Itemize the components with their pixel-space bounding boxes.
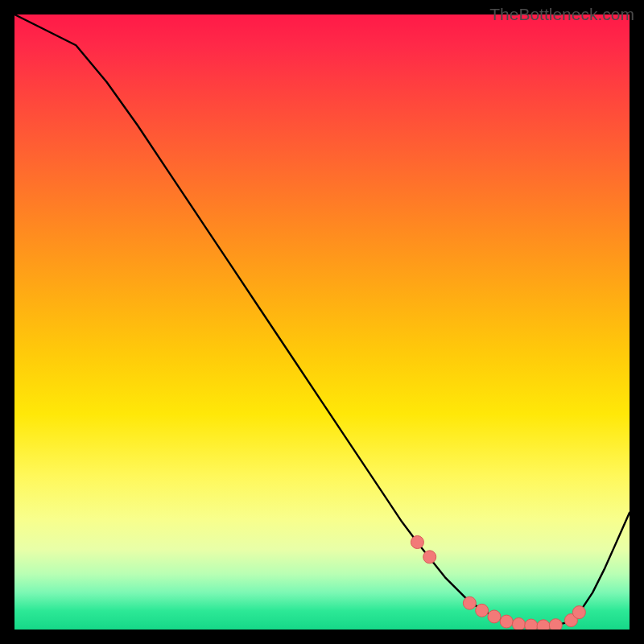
curve-marker [476,604,489,617]
curve-marker [525,619,538,630]
chart-plot-area [14,14,630,630]
curve-marker [488,610,501,623]
curve-marker [500,615,513,628]
curve-markers [411,536,585,630]
curve-marker [423,551,436,564]
curve-marker [549,619,562,630]
curve-marker [411,536,423,549]
curve-marker [572,606,585,619]
curve-marker [463,597,476,609]
curve-marker [512,618,525,630]
curve-marker [537,620,550,630]
chart-svg [14,14,630,630]
watermark-text: TheBottleneck.com [489,5,634,24]
bottleneck-curve [14,14,630,626]
